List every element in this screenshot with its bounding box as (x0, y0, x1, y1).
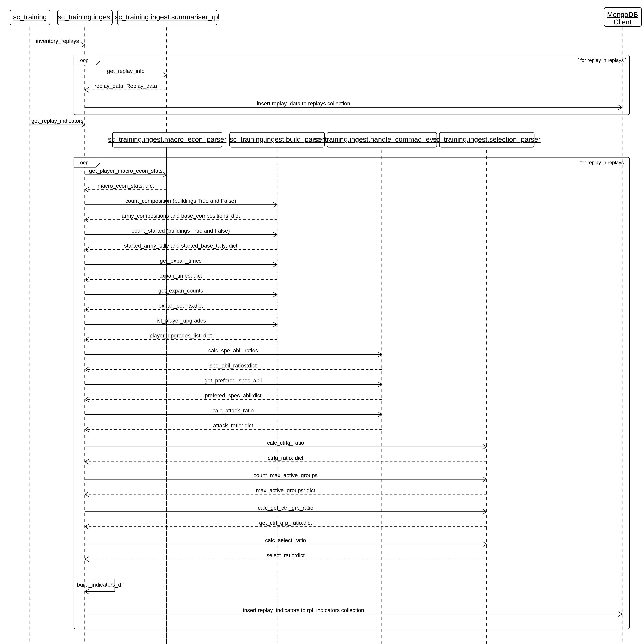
message-label: count_started (buildings True and False) (132, 228, 230, 234)
message-count-composition: count_composition (buildings True and Fa… (85, 198, 277, 207)
participant-label: sc_training.ingest.macro_econ_parser (108, 135, 227, 143)
message-get-ctrl-grp-ratio: get_ctrl_grp_ratio:dict (85, 520, 487, 529)
message-started-tally: started_army_tally and started_base_tall… (85, 243, 277, 252)
participant-p5: sc_training.ingest.build_parser (230, 132, 324, 147)
message-prefered-spec-abil: prefered_spec_abil:dict (85, 392, 382, 402)
message-calc-ctrlg-ratio: calc_ctrlg_ratio (85, 440, 487, 449)
message-army-compositions: army_compositions and base_compositions:… (85, 213, 277, 222)
loop-label: Loop (77, 57, 88, 63)
message-expan-times: expan_times: dict (85, 273, 277, 282)
message-get-replay-info: get_replay_info (85, 68, 167, 77)
message-ctrlg-ratio: ctrlg_ratio: dict (85, 455, 487, 464)
message-label: get_player_macro_econ_stats (89, 168, 163, 174)
svg-rect-5 (74, 55, 630, 115)
message-label: get_expan_counts (158, 287, 203, 294)
message-label: calc_ctrlg_ratio (267, 440, 304, 446)
message-get-player-macro-econ-stats: get_player_macro_econ_stats (85, 168, 167, 177)
message-label: replay_data: Replay_data (95, 83, 157, 89)
message-insert-replay-indicators: insert replay_indicators to rpl_indicato… (85, 607, 622, 617)
message-label: calc_select_ratio (265, 537, 306, 543)
loop-label: Loop (77, 160, 88, 165)
participant-p4: sc_training.ingest.macro_econ_parser (108, 132, 227, 147)
participant-label: sc_training.ingest.selection_parser (433, 135, 540, 143)
participant-label: sc_training.ingest.summariser_rpl (115, 13, 219, 21)
message-label: calc_attack_ratio (213, 407, 254, 414)
message-label: inventory_replays (36, 38, 79, 44)
loop-guard: [ for replay in replays ] (577, 57, 626, 63)
message-list-player-upgrades: list_player_upgrades (85, 317, 277, 327)
message-count-max-active-groups: count_max_active_groups (85, 472, 487, 482)
participant-label: Client (614, 18, 632, 26)
participant-p6: sc_training.ingest.handle_commad_evensty (314, 132, 450, 147)
message-label: get_prefered_spec_abil (204, 377, 262, 384)
message-label: expan_counts:dict (159, 303, 203, 309)
message-label: prefered_spec_abil:dict (205, 392, 262, 399)
message-calc-get-ctrl-grp-ratio: calc_get_ctrl_grp_ratio (85, 505, 487, 514)
message-get-expan-times: get_expan_times (85, 258, 277, 267)
message-label: get_ctrl_grp_ratio:dict (259, 520, 312, 526)
message-label: insert replay_data to replays collection (257, 100, 350, 107)
message-build-indicators-df: build_indicators_df (77, 579, 123, 594)
message-replay-data: replay_data: Replay_data (85, 83, 167, 92)
message-label: calc_get_ctrl_grp_ratio (258, 505, 313, 511)
participant-label: sc_training (13, 13, 47, 21)
participant-label: sc_training.ingest (58, 13, 112, 21)
message-label: expan_times: dict (159, 273, 202, 279)
message-get-expan-counts: get_expan_counts (85, 287, 277, 297)
message-get-prefered-spec-abil: get_prefered_spec_abil (85, 377, 382, 387)
message-label: get_expan_times (160, 258, 202, 264)
participant-p8: MongoDB Client (604, 7, 642, 26)
message-label: ctrlg_ratio: dict (268, 455, 303, 461)
message-label: get_replay_indicators (31, 118, 83, 124)
message-label: list_player_upgrades (155, 317, 206, 324)
message-count-started: count_started (buildings True and False) (85, 228, 277, 237)
loop-guard: [ for replay in replays ] (577, 160, 626, 165)
message-calc-select-ratio: calc_select_ratio (85, 537, 487, 547)
message-label: attack_ratio: dict (213, 422, 253, 429)
message-label: insert replay_indicators to rpl_indicato… (243, 607, 364, 613)
message-select-ratio: select_ratio:dict (85, 552, 487, 562)
message-label: count_composition (buildings True and Fa… (125, 198, 236, 204)
participant-label: sc_training.ingest.handle_commad_evensty (314, 135, 450, 143)
message-insert-replay-data: insert replay_data to replays collection (85, 100, 622, 110)
message-expan-counts: expan_counts:dict (85, 303, 277, 312)
message-label: spe_abil_ratios:dict (210, 362, 257, 369)
message-player-upgrades-list: player_upgrades_list: dict (85, 332, 277, 342)
participant-p2: sc_training.ingest (57, 10, 112, 25)
message-label: player_upgrades_list: dict (150, 332, 212, 339)
message-label: build_indicators_df (77, 582, 123, 588)
message-calc-spe-abil-ratios: calc_spe_abil_ratios (85, 347, 382, 357)
message-spe-abil-ratios: spe_abil_ratios:dict (85, 362, 382, 372)
participant-label: sc_training.ingest.build_parser (230, 135, 324, 143)
participant-p3: sc_training.ingest.summariser_rpl (115, 10, 219, 25)
message-label: get_replay_info (107, 68, 145, 74)
message-get-replay-indicators: get_replay_indicators (30, 118, 85, 127)
participant-p1: sc_training (10, 10, 50, 25)
message-label: select_ratio:dict (266, 552, 305, 558)
participant-label: MongoDB (607, 11, 638, 18)
message-label: count_max_active_groups (253, 472, 318, 478)
message-label: army_compositions and base_compositions:… (122, 213, 240, 219)
message-calc-attack-ratio: calc_attack_ratio (85, 407, 382, 417)
message-label: calc_spe_abil_ratios (208, 347, 258, 354)
message-inventory-replays: inventory_replays (30, 38, 85, 47)
message-label: max_active_groups: dict (256, 487, 315, 493)
message-macro-econ-stats: macro_econ_stats: dict (85, 183, 167, 192)
loop-frame-1: Loop [ for replay in replays ] (74, 55, 630, 115)
participant-p7: sc_training.ingest.selection_parser (433, 132, 540, 147)
message-label: macro_econ_stats: dict (98, 183, 154, 189)
sequence-diagram: sc_training sc_training.ingest sc_traini… (0, 0, 644, 644)
message-max-active-groups: max_active_groups: dict (85, 487, 487, 497)
message-label: started_army_tally and started_base_tall… (124, 243, 237, 249)
message-attack-ratio: attack_ratio: dict (85, 422, 382, 432)
